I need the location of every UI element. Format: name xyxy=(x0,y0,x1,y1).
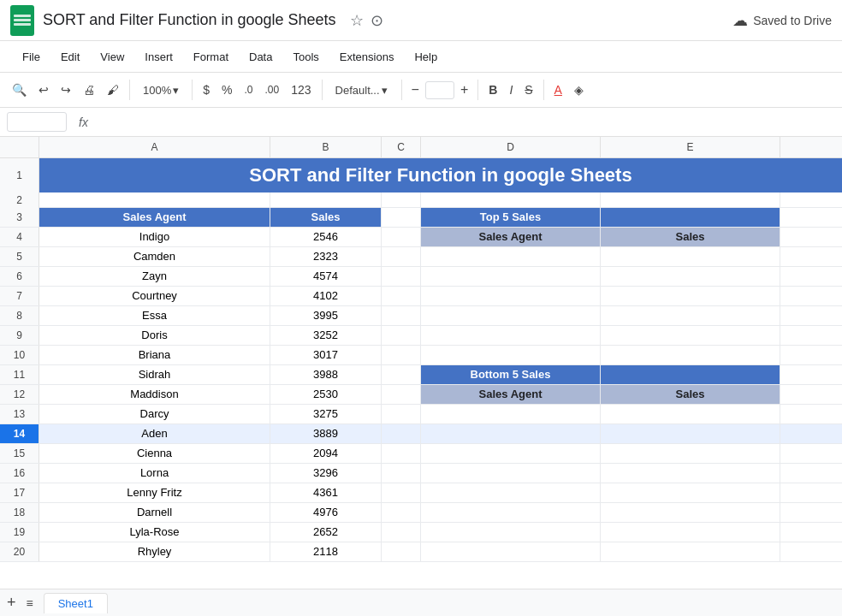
cell-e5[interactable] xyxy=(601,247,780,266)
cell-c4[interactable] xyxy=(382,228,421,246)
cell-d17[interactable] xyxy=(421,483,601,502)
cell-e15[interactable] xyxy=(601,444,780,463)
cell-b10[interactable]: 3017 xyxy=(270,346,382,364)
col-header-d[interactable]: D xyxy=(421,137,601,157)
cell-a14[interactable]: Aden xyxy=(39,424,270,443)
cell-d9[interactable] xyxy=(421,326,601,345)
cell-c5[interactable] xyxy=(382,247,421,266)
cell-e14[interactable] xyxy=(601,424,780,443)
italic-button[interactable]: I xyxy=(504,80,518,100)
bold-button[interactable]: B xyxy=(483,80,502,100)
inc-decimals-button[interactable]: .00 xyxy=(260,80,285,99)
cell-d6[interactable] xyxy=(421,267,601,286)
cell-e6[interactable] xyxy=(601,267,780,286)
cell-c13[interactable] xyxy=(382,405,421,424)
cell-d10[interactable] xyxy=(421,346,601,364)
cell-c2[interactable] xyxy=(382,192,421,208)
cell-d2[interactable] xyxy=(421,192,601,208)
formula-input[interactable] xyxy=(100,116,835,128)
menu-format[interactable]: Format xyxy=(185,47,237,67)
top5-header[interactable]: Top 5 Sales xyxy=(421,208,601,227)
cell-b19[interactable]: 2652 xyxy=(270,523,382,542)
col-header-b[interactable]: B xyxy=(270,137,382,157)
cell-c19[interactable] xyxy=(382,523,421,542)
cell-c20[interactable] xyxy=(382,542,421,561)
cell-b7[interactable]: 4102 xyxy=(270,287,382,305)
dec-decimals-button[interactable]: .0 xyxy=(240,80,258,99)
cell-a2[interactable] xyxy=(39,192,270,208)
cell-a10[interactable]: Briana xyxy=(39,346,270,364)
cell-b8[interactable]: 3995 xyxy=(270,306,382,325)
cell-c8[interactable] xyxy=(382,306,421,325)
font-size-input[interactable]: 10 xyxy=(425,81,454,99)
cell-a6[interactable]: Zayn xyxy=(39,267,270,286)
menu-tools[interactable]: Tools xyxy=(284,47,327,67)
cell-b13[interactable]: 3275 xyxy=(270,405,382,424)
menu-help[interactable]: Help xyxy=(406,47,446,67)
cell-d16[interactable] xyxy=(421,464,601,483)
cell-d15[interactable] xyxy=(421,444,601,463)
add-sheet-button[interactable]: + xyxy=(7,594,16,612)
strikethrough-button[interactable]: S xyxy=(519,80,537,100)
cell-e8[interactable] xyxy=(601,306,780,325)
cell-a15[interactable]: Cienna xyxy=(39,444,270,463)
cell-d14[interactable] xyxy=(421,424,601,443)
cell-a5[interactable]: Camden xyxy=(39,247,270,266)
cell-a18[interactable]: Darnell xyxy=(39,503,270,522)
fill-color-button[interactable]: ◈ xyxy=(569,80,589,100)
cell-d7[interactable] xyxy=(421,287,601,305)
doc-title[interactable]: SORT and Filter Function in google Sheet… xyxy=(43,11,336,29)
menu-data[interactable]: Data xyxy=(240,47,281,67)
more-formats-button[interactable]: 123 xyxy=(286,80,316,100)
text-color-button[interactable]: A xyxy=(549,80,567,100)
cell-b20[interactable]: 2118 xyxy=(270,542,382,561)
cell-c15[interactable] xyxy=(382,444,421,463)
cell-a16[interactable]: Lorna xyxy=(39,464,270,483)
cell-e13[interactable] xyxy=(601,405,780,424)
bottom5-header-ext[interactable] xyxy=(601,365,780,384)
bottom5-subheader-sales[interactable]: Sales xyxy=(601,385,780,404)
cell-b14[interactable]: 3889 xyxy=(270,424,382,443)
cell-c12[interactable] xyxy=(382,385,421,404)
cell-d5[interactable] xyxy=(421,247,601,266)
top5-header-ext[interactable] xyxy=(601,208,780,227)
cell-e2[interactable] xyxy=(601,192,780,208)
cell-a8[interactable]: Essa xyxy=(39,306,270,325)
cell-e7[interactable] xyxy=(601,287,780,305)
cell-c10[interactable] xyxy=(382,346,421,364)
paint-format-button[interactable]: 🖌 xyxy=(102,80,124,100)
decrease-font-size-button[interactable]: − xyxy=(407,80,424,99)
cell-e16[interactable] xyxy=(601,464,780,483)
cell-c11[interactable] xyxy=(382,365,421,384)
sheet-menu-button[interactable]: ≡ xyxy=(27,596,33,610)
cell-a13[interactable]: Darcy xyxy=(39,405,270,424)
cell-d18[interactable] xyxy=(421,503,601,522)
undo-button[interactable]: ↩ xyxy=(33,80,54,100)
header-sales[interactable]: Sales xyxy=(270,208,382,227)
drive-icon[interactable]: ⊙ xyxy=(371,11,383,30)
cell-b5[interactable]: 2323 xyxy=(270,247,382,266)
cell-a4[interactable]: Indigo xyxy=(39,228,270,246)
col-header-e[interactable]: E xyxy=(601,137,780,157)
cell-c18[interactable] xyxy=(382,503,421,522)
cell-a19[interactable]: Lyla-Rose xyxy=(39,523,270,542)
col-header-a[interactable]: A xyxy=(39,137,270,157)
cell-b17[interactable]: 4361 xyxy=(270,483,382,502)
cell-c3[interactable] xyxy=(382,208,421,227)
cell-a12[interactable]: Maddison xyxy=(39,385,270,404)
cell-b4[interactable]: 2546 xyxy=(270,228,382,246)
cell-b6[interactable]: 4574 xyxy=(270,267,382,286)
cell-a9[interactable]: Doris xyxy=(39,326,270,345)
cell-c7[interactable] xyxy=(382,287,421,305)
cell-e18[interactable] xyxy=(601,503,780,522)
percent-button[interactable]: % xyxy=(216,80,237,100)
redo-button[interactable]: ↪ xyxy=(56,80,76,100)
top5-subheader-sales[interactable]: Sales xyxy=(601,228,780,246)
cell-b2[interactable] xyxy=(270,192,382,208)
cell-c17[interactable] xyxy=(382,483,421,502)
cell-reference-input[interactable]: H14 xyxy=(7,112,67,132)
sheet-tab-sheet1[interactable]: Sheet1 xyxy=(44,593,108,613)
cell-d19[interactable] xyxy=(421,523,601,542)
cell-e20[interactable] xyxy=(601,542,780,561)
col-header-c[interactable]: C xyxy=(382,137,421,157)
